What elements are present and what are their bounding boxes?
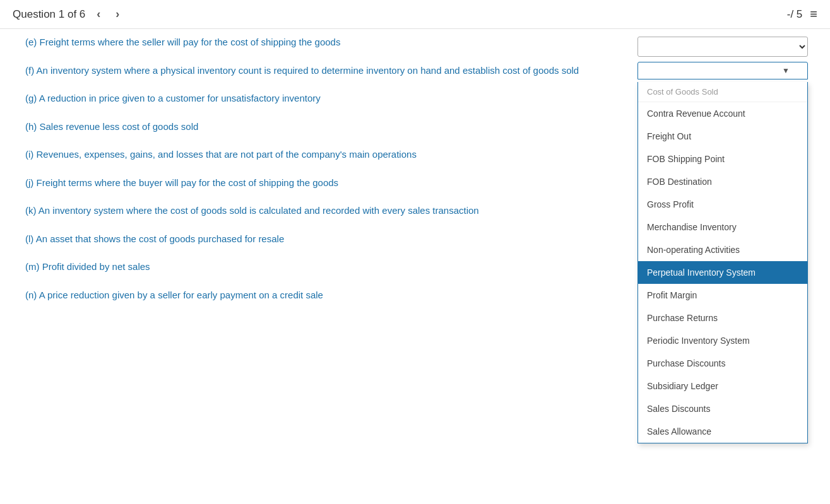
question-f: (f) An inventory system where a physical… [25, 64, 619, 78]
dropdown-option-freight-out[interactable]: Freight Out [638, 125, 807, 148]
question-g-label: (g) [25, 93, 37, 103]
question-m: (m) Profit divided by net sales [25, 260, 619, 274]
dropdown-f-container: ▼ Cost of Goods Sold Contra Revenue Acco… [637, 62, 808, 79]
dropdown-option-sales-allowance[interactable]: Sales Allowance [638, 420, 807, 443]
dropdown-option-subsidiary-ledger[interactable]: Subsidiary Ledger [638, 375, 807, 397]
question-l: (l) An asset that shows the cost of good… [25, 232, 619, 247]
dropdown-option-merchandise-inventory[interactable]: Merchandise Inventory [638, 216, 807, 238]
question-g-text: A reduction in price given to a customer… [39, 93, 321, 103]
question-h: (h) Sales revenue less cost of goods sol… [25, 120, 619, 134]
dropdown-option-perpetual[interactable]: Perpetual Inventory System [638, 261, 807, 284]
question-n-label: (n) [25, 290, 37, 300]
question-i: (i) Revenues, expenses, gains, and losse… [25, 148, 619, 162]
prev-button[interactable]: ‹ [93, 6, 104, 22]
dropdown-e-wrapper [637, 37, 817, 57]
dropdown-option-fob-destination[interactable]: FOB Destination [638, 170, 807, 193]
question-k-text: An inventory system where the cost of go… [39, 205, 479, 216]
question-m-label: (m) [25, 261, 40, 272]
content-area: (e) Freight terms where the seller will … [0, 29, 830, 316]
question-n: (n) A price reduction given by a seller … [25, 288, 619, 303]
question-g: (g) A reduction in price given to a cust… [25, 91, 619, 106]
answers-column: ▼ Cost of Goods Sold Contra Revenue Acco… [637, 35, 817, 316]
question-j-text: Freight terms where the buyer will pay f… [37, 177, 339, 188]
dropdown-option-purchase-returns[interactable]: Purchase Returns [638, 307, 807, 329]
questions-column: (e) Freight terms where the seller will … [25, 35, 637, 316]
dropdown-option-cost-of-goods-sold[interactable]: Cost of Goods Sold [638, 82, 807, 102]
chevron-down-icon: ▼ [782, 66, 790, 75]
score-label: -/ 5 [787, 8, 803, 21]
dropdown-option-gross-profit[interactable]: Gross Profit [638, 193, 807, 216]
list-icon[interactable]: ≡ [810, 7, 817, 21]
question-i-text: Revenues, expenses, gains, and losses th… [37, 149, 417, 160]
dropdown-f-list: Cost of Goods Sold Contra Revenue Accoun… [637, 82, 808, 443]
question-n-text: A price reduction given by a seller for … [39, 290, 323, 300]
question-e-label: (e) [25, 37, 37, 47]
question-e: (e) Freight terms where the seller will … [25, 35, 619, 50]
dropdown-e[interactable] [637, 37, 808, 57]
question-f-text: An inventory system where a physical inv… [37, 65, 579, 76]
dropdown-option-contra-revenue[interactable]: Contra Revenue Account [638, 102, 807, 125]
question-l-label: (l) [25, 233, 33, 244]
question-k: (k) An inventory system where the cost o… [25, 204, 619, 218]
dropdown-option-sales-discounts[interactable]: Sales Discounts [638, 397, 807, 420]
dropdown-option-fob-shipping[interactable]: FOB Shipping Point [638, 148, 807, 170]
question-j-label: (j) [25, 177, 33, 188]
dropdown-f-wrapper: ▼ Cost of Goods Sold Contra Revenue Acco… [637, 62, 817, 79]
dropdown-option-periodic[interactable]: Periodic Inventory System [638, 329, 807, 352]
question-l-text: An asset that shows the cost of goods pu… [36, 233, 285, 244]
question-h-text: Sales revenue less cost of goods sold [40, 121, 199, 132]
question-i-label: (i) [25, 149, 33, 160]
dropdown-option-purchase-discounts[interactable]: Purchase Discounts [638, 352, 807, 375]
question-e-text: Freight terms where the seller will pay … [40, 37, 341, 47]
dropdown-option-non-operating[interactable]: Non-operating Activities [638, 238, 807, 261]
header: Question 1 of 6 ‹ › -/ 5 ≡ [0, 0, 830, 29]
header-left: Question 1 of 6 ‹ › [13, 6, 123, 22]
dropdown-f-trigger[interactable]: ▼ [637, 62, 808, 79]
question-label: Question 1 of 6 [13, 8, 85, 21]
next-button[interactable]: › [112, 6, 123, 22]
header-right: -/ 5 ≡ [787, 7, 817, 21]
question-m-text: Profit divided by net sales [42, 261, 150, 272]
question-k-label: (k) [25, 205, 37, 216]
question-h-label: (h) [25, 121, 37, 132]
question-j: (j) Freight terms where the buyer will p… [25, 176, 619, 190]
question-f-label: (f) [25, 65, 34, 76]
dropdown-option-profit-margin[interactable]: Profit Margin [638, 284, 807, 307]
